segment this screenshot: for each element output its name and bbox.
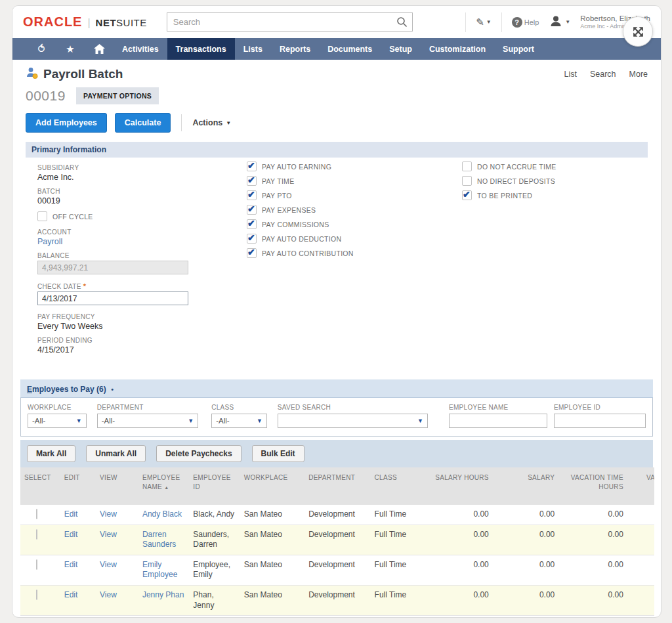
global-search-input[interactable] [167,12,413,32]
employees-to-pay-tab[interactable]: Employees to Pay (6) • [20,379,653,398]
balance-label: BALANCE [37,252,208,259]
employee-name-link[interactable]: Jenny Phan [142,590,184,599]
table-button-row: Mark All Unmark All Delete Paychecks Bul… [20,440,653,467]
delete-paychecks-button[interactable]: Delete Paychecks [156,445,241,462]
help-icon: ? [512,17,522,28]
col-salary[interactable]: SALARY [493,467,558,505]
nav-item-customization[interactable]: Customization [421,38,494,60]
pay-time-checkbox[interactable]: PAY TIME [247,176,354,186]
view-link[interactable]: View [100,590,117,599]
pay-commissions-checkbox[interactable]: PAY COMMISSIONS [247,219,354,229]
off-cycle-checkbox[interactable]: OFF CYCLE [37,211,208,221]
do-not-accrue-time-checkbox[interactable]: DO NOT ACCRUE TIME [462,161,556,171]
employee-name-filter-label: EMPLOYEE NAME [449,404,547,411]
more-link[interactable]: More [629,70,648,79]
col-employee-name[interactable]: EMPLOYEE NAME ▲ [138,467,189,505]
row-select-checkbox[interactable] [36,559,37,570]
department-filter-label: DEPARTMENT [97,404,198,411]
row-select-checkbox[interactable] [36,509,37,519]
top-bar: ORACLE | NETSUITE ✎ ▼ ? Help [12,6,661,38]
chevron-down-icon: ▼ [226,120,231,126]
tab-payment-options[interactable]: PAYMENT OPTIONS [76,87,159,104]
class-select[interactable]: -All- ▼ [211,414,267,428]
edit-link[interactable]: Edit [64,509,78,519]
row-select-checkbox[interactable] [36,590,37,600]
col-employee-id[interactable]: EMPLOYEE ID [189,467,240,505]
actions-menu-button[interactable]: Actions ▼ [192,118,231,127]
no-direct-deposits-checkbox[interactable]: NO DIRECT DEPOSITS [462,176,556,186]
chevron-down-icon: ▼ [565,19,570,25]
table-row: Edit View Emily Employee Employee, Emily… [20,555,654,585]
required-asterisk: * [83,282,87,290]
divider [465,12,466,32]
nav-item-activities[interactable]: Activities [114,38,167,60]
nav-item-transactions[interactable]: Transactions [167,38,235,60]
department-select[interactable]: -All- ▼ [97,414,198,428]
col-workplace[interactable]: WORKPLACE [240,467,304,505]
pay-expenses-checkbox[interactable]: PAY EXPENSES [247,205,354,215]
edit-link[interactable]: Edit [64,530,78,539]
nav-item-setup[interactable]: Setup [381,38,421,60]
view-link[interactable]: View [100,509,117,519]
page-title: Payroll Batch [43,67,123,81]
check-date-label: CHECK DATE* [37,282,208,290]
table-row: Edit View Lyndsey Pearson Pearson, Lynds… [20,616,654,618]
nav-item-documents[interactable]: Documents [319,38,381,60]
check-date-field[interactable] [37,291,188,305]
sort-asc-icon: ▲ [164,485,169,490]
account-link[interactable]: Payroll [37,237,208,246]
edit-link[interactable]: Edit [64,560,78,569]
chevron-down-icon: ▼ [486,19,492,25]
edit-link[interactable]: Edit [64,590,78,599]
mark-all-button[interactable]: Mark All [27,445,75,462]
employee-id-input[interactable] [554,414,646,428]
view-link[interactable]: View [100,560,117,569]
checkbox-icon [462,161,472,171]
employee-id-filter-label: EMPLOYEE ID [554,404,646,411]
user-menu[interactable]: ▼ [549,14,570,31]
saved-search-select[interactable]: ▼ [278,414,428,428]
pay-auto-contribution-checkbox[interactable]: PAY AUTO CONTRIBUTION [247,248,354,258]
checkbox-icon [247,176,257,186]
calculate-button[interactable]: Calculate [115,113,171,133]
table-header-row: SELECT EDIT VIEW EMPLOYEE NAME ▲ EMPLOYE… [20,467,654,505]
subsidiary-label: SUBSIDIARY [37,164,208,171]
view-link[interactable]: View [100,530,117,539]
search-icon[interactable] [396,16,408,30]
nav-item-lists[interactable]: Lists [235,38,271,60]
pay-auto-deduction-checkbox[interactable]: PAY AUTO DEDUCTION [247,234,354,244]
col-vacation-time[interactable]: VACATION TIME [627,467,654,505]
employee-name-link[interactable]: Darren Saunders [142,530,176,549]
col-salary-hours[interactable]: SALARY HOURS [421,467,493,505]
shortcuts-star-icon[interactable]: ★ [56,38,85,60]
period-ending-value: 4/15/2017 [37,345,208,354]
employee-name-input[interactable] [449,414,547,428]
expand-button[interactable] [623,16,653,47]
recent-records-icon[interactable]: ⥀ [27,38,56,60]
col-vacation-time-hours[interactable]: VACATION TIME HOURS [558,467,627,505]
help-button[interactable]: ? Help [512,17,539,28]
pay-pto-checkbox[interactable]: PAY PTO [247,190,354,200]
list-link[interactable]: List [564,70,576,79]
workplace-select[interactable]: -All- ▼ [28,414,87,428]
home-icon[interactable] [85,38,114,60]
table-row: Edit View Jenny Phan Phan, Jenny San Mat… [20,585,654,615]
unmark-all-button[interactable]: Unmark All [86,445,146,462]
quick-add-button[interactable]: ✎ ▼ [476,16,492,28]
to-be-printed-checkbox[interactable]: TO BE PRINTED [462,190,556,200]
nav-item-support[interactable]: Support [494,38,543,60]
nav-item-reports[interactable]: Reports [271,38,319,60]
row-select-checkbox[interactable] [36,529,37,540]
col-department[interactable]: DEPARTMENT [304,467,370,505]
accrual-options-group: DO NOT ACCRUE TIME NO DIRECT DEPOSITS TO… [462,161,556,205]
employee-name-link[interactable]: Emily Employee [142,560,177,580]
add-employees-button[interactable]: Add Employees [26,113,107,133]
bulk-edit-button[interactable]: Bulk Edit [252,445,304,462]
divider [181,114,182,131]
avatar-icon [549,14,563,31]
employees-table: SELECT EDIT VIEW EMPLOYEE NAME ▲ EMPLOYE… [20,467,654,618]
col-class[interactable]: CLASS [371,467,421,505]
employee-name-link[interactable]: Andy Black [142,509,182,519]
search-link[interactable]: Search [590,70,616,79]
pay-auto-earning-checkbox[interactable]: PAY AUTO EARNING [247,161,354,171]
